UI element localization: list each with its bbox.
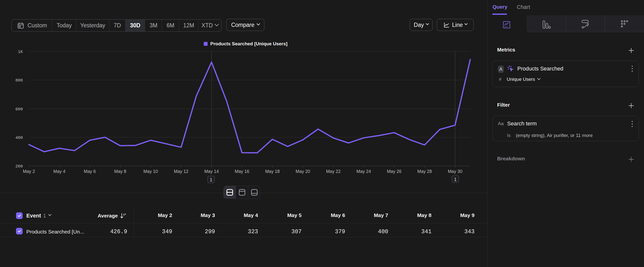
svg-text:1: 1 xyxy=(454,177,456,182)
svg-text:200: 200 xyxy=(15,164,23,169)
svg-text:May 18: May 18 xyxy=(265,169,280,174)
svg-text:May 4: May 4 xyxy=(54,169,66,174)
svg-text:May 26: May 26 xyxy=(387,169,402,174)
svg-text:May 10: May 10 xyxy=(144,169,158,174)
svg-text:May 8: May 8 xyxy=(114,169,126,174)
svg-text:May 20: May 20 xyxy=(296,169,310,174)
svg-text:May 22: May 22 xyxy=(326,169,340,174)
svg-text:400: 400 xyxy=(15,135,23,140)
svg-text:May 2: May 2 xyxy=(23,169,35,174)
svg-text:May 12: May 12 xyxy=(174,169,188,174)
svg-text:May 24: May 24 xyxy=(356,169,371,174)
svg-text:600: 600 xyxy=(15,107,23,112)
svg-text:1K: 1K xyxy=(18,50,23,54)
svg-text:May 6: May 6 xyxy=(84,169,96,174)
svg-text:May 16: May 16 xyxy=(235,169,249,174)
svg-text:1: 1 xyxy=(210,177,212,182)
svg-text:May 14: May 14 xyxy=(204,169,219,174)
svg-text:800: 800 xyxy=(15,78,23,83)
svg-text:May 28: May 28 xyxy=(418,169,432,174)
svg-text:May 30: May 30 xyxy=(448,169,462,174)
